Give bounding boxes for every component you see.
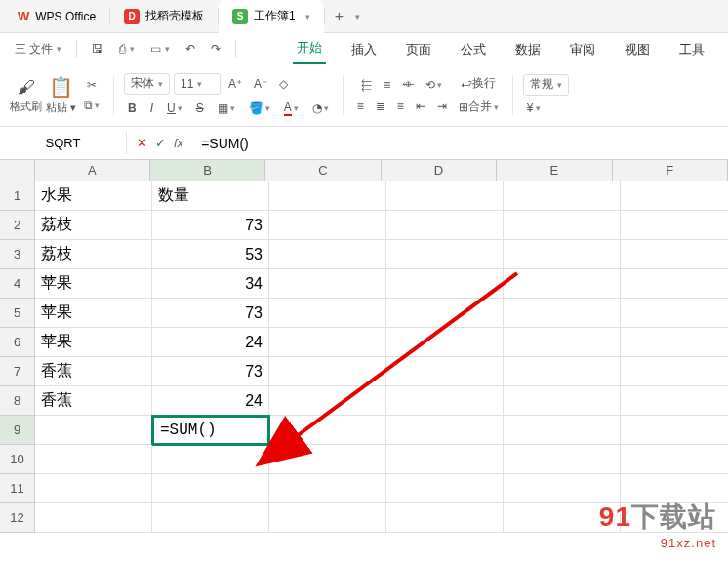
chevron-down-icon[interactable]: ▾ <box>305 12 310 21</box>
cell[interactable] <box>269 211 386 240</box>
cell[interactable] <box>621 416 728 445</box>
select-all-corner[interactable] <box>0 160 35 181</box>
cell-b2[interactable]: 73 <box>152 211 269 240</box>
cell-b9-editing[interactable]: =SUM() <box>152 416 269 445</box>
cells-area[interactable]: 水果 数量 荔枝 73 荔枝 53 苹果 34 苹果 73 苹果 24 香蕉 7… <box>35 181 728 533</box>
tab-insert[interactable]: 插入 <box>347 37 381 64</box>
font-color-icon[interactable]: A <box>280 99 303 118</box>
bold-icon[interactable]: B <box>124 99 141 118</box>
cell[interactable] <box>269 474 386 503</box>
row-header[interactable]: 12 <box>0 503 35 533</box>
cell-a6[interactable]: 苹果 <box>35 328 152 357</box>
add-tab-button[interactable]: + <box>325 8 353 25</box>
cell[interactable] <box>504 181 621 211</box>
cell[interactable] <box>621 269 728 299</box>
format-painter-button[interactable]: 🖌 格式刷 <box>10 77 42 114</box>
cell[interactable] <box>386 445 504 474</box>
row-header[interactable]: 3 <box>0 240 35 269</box>
cell[interactable] <box>152 474 269 503</box>
align-top-icon[interactable]: ⬱ <box>357 76 376 94</box>
cell[interactable] <box>621 299 728 328</box>
cell-b4[interactable]: 34 <box>152 269 269 299</box>
col-header-b[interactable]: B <box>150 160 265 181</box>
col-header-d[interactable]: D <box>382 160 497 181</box>
cell-a3[interactable]: 荔枝 <box>35 240 152 269</box>
cell[interactable] <box>621 240 728 269</box>
cell[interactable] <box>504 357 621 386</box>
cell[interactable] <box>269 416 386 445</box>
align-bottom-icon[interactable]: ⬲ <box>398 76 418 94</box>
tab-data[interactable]: 数据 <box>511 37 545 64</box>
cell[interactable] <box>269 386 386 416</box>
row-header[interactable]: 5 <box>0 299 35 328</box>
cell[interactable] <box>386 386 504 416</box>
paste-button[interactable]: 📋 粘贴 ▾ <box>46 75 76 115</box>
doc-tab-workbook[interactable]: S 工作簿1 ▾ <box>219 0 324 33</box>
cell[interactable] <box>504 386 621 416</box>
font-size-combo[interactable]: 11▾ <box>174 73 221 95</box>
row-header[interactable]: 8 <box>0 386 35 416</box>
name-box[interactable]: SQRT <box>0 132 127 154</box>
cell[interactable] <box>386 503 504 533</box>
cell[interactable] <box>621 386 728 416</box>
cell-a8[interactable]: 香蕉 <box>35 386 152 416</box>
cell[interactable] <box>621 211 728 240</box>
tab-start[interactable]: 开始 <box>293 35 326 64</box>
cell[interactable] <box>504 211 621 240</box>
cell[interactable] <box>621 328 728 357</box>
col-header-a[interactable]: A <box>35 160 150 181</box>
cell-a9[interactable] <box>35 416 152 445</box>
italic-icon[interactable]: I <box>146 99 157 118</box>
cell-a5[interactable]: 苹果 <box>35 299 152 328</box>
cell[interactable] <box>504 299 621 328</box>
row-header[interactable]: 9 <box>0 416 35 445</box>
currency-button[interactable]: ¥ <box>523 100 545 117</box>
wrap-text-button[interactable]: ⮐ 换行 <box>457 73 500 94</box>
cell[interactable] <box>35 474 152 503</box>
number-format-combo[interactable]: 常规▾ <box>523 74 569 96</box>
formula-input[interactable]: =SUM() <box>193 132 728 155</box>
cell-b5[interactable]: 73 <box>152 299 269 328</box>
cell[interactable] <box>504 445 621 474</box>
cell[interactable] <box>386 181 504 211</box>
underline-icon[interactable]: U <box>163 99 186 118</box>
cell[interactable] <box>621 357 728 386</box>
tab-formula[interactable]: 公式 <box>457 37 490 64</box>
fill-color-icon[interactable]: 🪣 <box>245 99 274 118</box>
col-header-c[interactable]: C <box>265 160 381 181</box>
app-tab-wps[interactable]: W WPS Office <box>4 0 109 33</box>
tab-review[interactable]: 审阅 <box>566 37 599 64</box>
cell[interactable] <box>269 181 386 211</box>
tab-view[interactable]: 视图 <box>621 37 654 64</box>
row-header[interactable]: 2 <box>0 211 35 240</box>
tab-page[interactable]: 页面 <box>402 37 435 64</box>
cell[interactable] <box>269 503 386 533</box>
confirm-formula-icon[interactable]: ✓ <box>155 136 166 150</box>
cell[interactable] <box>504 416 621 445</box>
col-header-f[interactable]: F <box>613 160 728 181</box>
cell[interactable] <box>152 445 269 474</box>
merge-cells-button[interactable]: ⊞ 合并 <box>455 97 503 117</box>
cell[interactable] <box>386 328 504 357</box>
cell-b1[interactable]: 数量 <box>152 181 269 211</box>
align-middle-icon[interactable]: ≡ <box>380 76 394 94</box>
indent-left-icon[interactable]: ⇤ <box>412 98 429 115</box>
cell[interactable] <box>386 416 504 445</box>
clear-format-icon[interactable]: ◇ <box>275 73 292 95</box>
cell-a4[interactable]: 苹果 <box>35 269 152 299</box>
cell[interactable] <box>152 503 269 533</box>
cell[interactable] <box>621 181 728 211</box>
highlight-icon[interactable]: ◔ <box>308 99 333 118</box>
cell[interactable] <box>35 445 152 474</box>
cell[interactable] <box>386 357 504 386</box>
cut-icon[interactable]: ✂ <box>80 76 103 94</box>
cell[interactable] <box>269 445 386 474</box>
cell[interactable] <box>269 357 386 386</box>
cell[interactable] <box>269 299 386 328</box>
row-header[interactable]: 1 <box>0 181 35 211</box>
row-header[interactable]: 6 <box>0 328 35 357</box>
cell-a1[interactable]: 水果 <box>35 181 152 211</box>
cell[interactable] <box>504 269 621 299</box>
cell[interactable] <box>269 328 386 357</box>
cancel-formula-icon[interactable]: ✕ <box>137 136 147 150</box>
